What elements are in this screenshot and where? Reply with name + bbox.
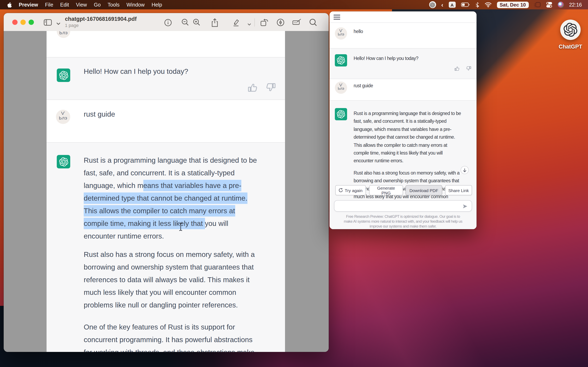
highlight-chevron-icon[interactable] [244,20,254,29]
close-button[interactable] [12,20,17,25]
user-prompt-text: rust guide [354,83,373,88]
menu-bar: Preview File Edit View Go Tools Window H… [0,0,588,9]
chatgpt-app-icon-label: ChatGPT [559,44,582,50]
message-line: One of the key features of Rust is its s… [84,321,255,334]
preview-window: chatgpt-1670681691904.pdf 1 page [4,13,329,352]
chatgpt-avatar [335,108,347,120]
thumbs-down-button[interactable] [466,66,472,71]
chatgpt-avatar [57,68,70,82]
answer-paragraph-1: Rust is a programming language that is d… [84,154,257,243]
share-button[interactable] [210,17,220,27]
window-title: chatgpt-1670681691904.pdf [65,16,137,22]
try-again-button[interactable]: Try again [335,185,366,195]
menu-item-view[interactable]: View [76,2,87,8]
highlighted-text: compile time, making it less likely that [84,218,205,229]
share-link-button[interactable]: Share Link [445,185,472,195]
menu-item-file[interactable]: File [45,2,53,8]
chatgpt-app-icon[interactable]: ChatGPT [559,20,582,50]
message-line: This allows the compiler to catch many e… [354,141,461,149]
apple-logo-icon[interactable] [6,1,12,8]
message-input[interactable] [334,200,472,212]
message-line: This allows the compiler to catch many e… [84,205,257,217]
input-source-icon[interactable]: A [449,2,456,8]
chatgpt-window: ѴЬлэ hello Hello! How can I help you tod… [329,11,476,229]
thumbs-up-button[interactable] [454,66,460,71]
markup-button[interactable] [276,17,285,27]
generate-png-button[interactable]: Generate PNG [369,185,403,195]
message-line: borrowing and ownership system that guar… [84,261,255,274]
chatgpt-app-icon-bubble [560,20,581,40]
user-avatar: ѴЬлэ [335,82,347,94]
user-prompt-text: rust guide [84,110,115,119]
battery-icon[interactable] [461,2,470,7]
info-button[interactable] [163,17,173,27]
thumbs-up-icon [247,82,258,93]
bluetooth-icon[interactable] [475,2,479,8]
menu-item-preview[interactable]: Preview [19,2,38,8]
zoom-in-button[interactable] [192,17,202,27]
thumbs-down-icon [265,82,277,93]
menu-item-window[interactable]: Window [126,2,145,8]
download-pdf-button[interactable]: Download PDF [406,185,442,195]
message-line: fast, safe, and concurrent. It is a stat… [84,167,257,179]
zoom-out-button[interactable] [181,17,190,27]
message-line: much less likely that you will encounter… [84,286,255,299]
footer-disclaimer: Free Research Preview: ChatGPT is optimi… [329,214,476,229]
menu-item-help[interactable]: Help [151,2,162,8]
rotate-button[interactable] [259,17,269,27]
user-avatar: Ѵ Ьлэ [56,110,70,124]
desktop-screen: Preview File Edit View Go Tools Window H… [0,0,588,367]
zoom-window-button[interactable] [29,20,34,25]
sidebar-chevron-down-icon[interactable] [53,19,63,29]
send-button[interactable] [462,203,468,209]
message-line: Rust also has a strong focus on memory s… [354,169,459,177]
refresh-icon [339,188,343,192]
date-widget[interactable]: Sat, Dec 10 [497,1,528,8]
chat-message-user-hello: ѴЬлэ hello [329,22,476,48]
menu-item-edit[interactable]: Edit [60,2,69,8]
pdf-message-assistant-greeting: Hello! How can I help you today? [47,57,285,100]
wifi-icon[interactable] [484,2,492,7]
preview-titlebar[interactable]: chatgpt-1670681691904.pdf 1 page [4,13,329,31]
sidebar-toggle-button[interactable] [43,17,53,27]
chat-message-user-prompt: ѴЬлэ rust guide [329,78,476,100]
message-line: language, which means that variables hav… [84,179,257,192]
message-line: determined type that cannot be changed a… [354,133,461,141]
message-line: problems like null or dangling pointer r… [84,299,255,312]
answer-paragraph-3: One of the key features of Rust is its s… [84,321,255,352]
chatgpt-avatar [57,155,70,168]
message-line: compile time, making it less likely that… [354,149,461,157]
status-area: ‹ A Sat, Dec 10 22:16 [429,1,582,8]
siri-icon[interactable] [558,2,564,8]
text-cursor [178,223,183,231]
message-line: Rust also has a strong focus on memory s… [84,248,255,261]
pdf-canvas[interactable]: Ѵ Ьлэ Hello! How can I help you today? [4,31,329,352]
message-line: references to data will always be valid.… [84,274,255,286]
minimize-button[interactable] [20,20,26,25]
highlighted-text: This allows the compiler to catch many e… [84,205,235,217]
chatgpt-status-icon[interactable] [429,1,436,8]
user-hello-text: hello [354,29,363,34]
control-center-icon[interactable] [546,2,552,8]
page-count: 1 page [65,23,79,28]
menu-button[interactable] [334,15,340,21]
highlighted-text: determined type that cannot be changed a… [84,192,247,204]
menu-bar-clock[interactable]: 22:16 [569,2,582,8]
message-line: encounter runtime errors. [84,230,257,243]
message-line: language, which means that variables hav… [354,125,461,133]
menu-item-tools[interactable]: Tools [108,2,120,8]
highlight-button[interactable] [231,17,241,27]
answer-paragraph-2: Rust also has a strong focus on memory s… [84,248,255,312]
pdf-page[interactable]: Ѵ Ьлэ Hello! How can I help you today? [47,31,285,352]
scroll-to-bottom-button[interactable] [461,166,469,174]
form-fill-button[interactable] [292,17,302,27]
toolbar-divider [254,18,255,26]
screen-mirroring-icon[interactable] [534,2,540,7]
message-line: borrowing and ownership system that guar… [354,177,459,185]
menu-bar-left: Preview File Edit View Go Tools Window H… [6,1,162,8]
menu-item-go[interactable]: Go [94,2,101,8]
chat-message-assistant-greeting: Hello! How can I help you today? [329,48,476,79]
search-button[interactable] [308,17,318,27]
back-chevron-icon[interactable]: ‹ [441,1,443,8]
chatgpt-avatar [335,54,347,67]
